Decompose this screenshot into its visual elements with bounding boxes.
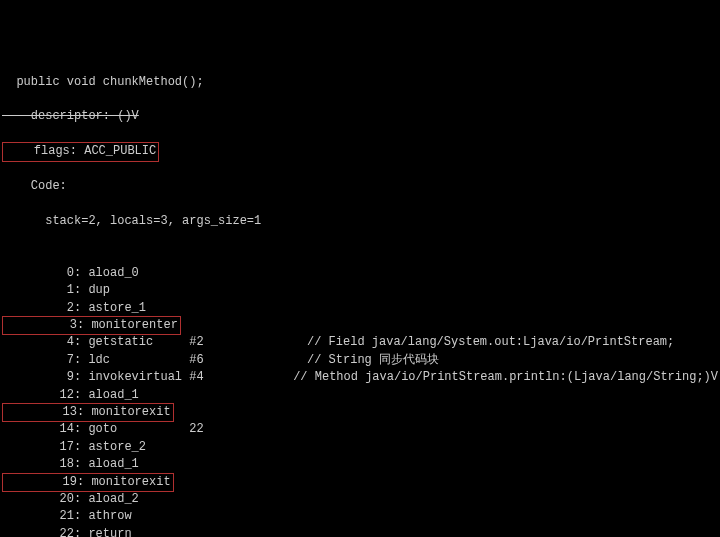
bytecode-instruction: 21: athrow — [2, 508, 307, 525]
method-signature: public void chunkMethod(); — [2, 74, 718, 91]
bytecode-row: 2: astore_1 — [2, 300, 718, 317]
bytecode-instruction: 7: ldc #6 — [2, 352, 307, 369]
bytecode-comment: // Method java/io/PrintStream.println:(L… — [293, 369, 718, 386]
bytecode-instruction: 0: aload_0 — [2, 265, 307, 282]
flags-line: flags: ACC_PUBLIC — [2, 143, 718, 160]
bytecode-instruction: 12: aload_1 — [2, 387, 307, 404]
highlighted-instruction: 13: monitorexit — [2, 403, 174, 422]
bytecode-row: 1: dup — [2, 282, 718, 299]
bytecode-instruction: 9: invokevirtual #4 — [2, 369, 293, 386]
highlighted-instruction: 3: monitorenter — [2, 316, 181, 335]
stack-line: stack=2, locals=3, args_size=1 — [2, 213, 718, 230]
bytecode-row: 9: invokevirtual #4// Method java/io/Pri… — [2, 369, 718, 386]
bytecode-instruction: 1: dup — [2, 282, 307, 299]
bytecode-instruction: 18: aload_1 — [2, 456, 307, 473]
bytecode-comment: // Field java/lang/System.out:Ljava/io/P… — [307, 334, 718, 351]
bytecode-instruction: 4: getstatic #2 — [2, 334, 307, 351]
highlighted-instruction: 19: monitorexit — [2, 473, 174, 492]
bytecode-instruction: 13: monitorexit — [2, 404, 307, 421]
bytecode-row: 0: aload_0 — [2, 265, 718, 282]
descriptor-line: descriptor: ()V — [2, 108, 718, 125]
bytecode-row: 19: monitorexit — [2, 474, 718, 491]
descriptor-text: descriptor: ()V — [2, 109, 139, 123]
bytecode-row: 7: ldc #6// String 同步代码块 — [2, 352, 718, 369]
bytecode-instruction: 2: astore_1 — [2, 300, 307, 317]
bytecode-instruction: 19: monitorexit — [2, 474, 307, 491]
bytecode-instruction: 14: goto 22 — [2, 421, 307, 438]
bytecode-row: 3: monitorenter — [2, 317, 718, 334]
bytecode-row: 18: aload_1 — [2, 456, 718, 473]
bytecode-instructions: 0: aload_0 1: dup 2: astore_1 3: monitor… — [2, 265, 718, 537]
bytecode-instruction: 22: return — [2, 526, 307, 537]
bytecode-row: 21: athrow — [2, 508, 718, 525]
bytecode-row: 17: astore_2 — [2, 439, 718, 456]
bytecode-row: 4: getstatic #2// Field java/lang/System… — [2, 334, 718, 351]
bytecode-instruction: 3: monitorenter — [2, 317, 307, 334]
bytecode-comment: // String 同步代码块 — [307, 352, 718, 369]
bytecode-instruction: 20: aload_2 — [2, 491, 307, 508]
bytecode-row: 22: return — [2, 526, 718, 537]
bytecode-row: 13: monitorexit — [2, 404, 718, 421]
bytecode-row: 12: aload_1 — [2, 387, 718, 404]
bytecode-row: 20: aload_2 — [2, 491, 718, 508]
flags-boxed: flags: ACC_PUBLIC — [2, 142, 159, 161]
code-label: Code: — [2, 178, 718, 195]
bytecode-instruction: 17: astore_2 — [2, 439, 307, 456]
bytecode-row: 14: goto 22 — [2, 421, 718, 438]
